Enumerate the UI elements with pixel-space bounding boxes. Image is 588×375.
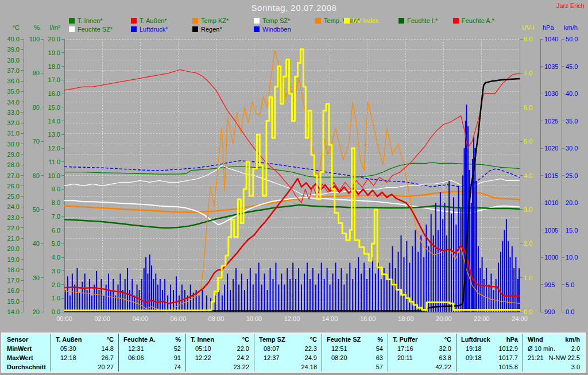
svg-text:39.0: 39.0 [7, 46, 20, 53]
avg-value: 23.22 [233, 364, 249, 370]
col-unit: % [175, 336, 181, 343]
col-unit: °C [242, 336, 249, 343]
svg-text:0.0: 0.0 [52, 308, 60, 315]
svg-text:4.0: 4.0 [52, 254, 60, 261]
max-value: 91 [174, 354, 181, 361]
svg-text:35.0: 35.0 [7, 88, 20, 95]
svg-text:31.0: 31.0 [7, 130, 20, 137]
min-time: 19:18 [461, 345, 482, 352]
avg-value: 57 [376, 364, 383, 370]
svg-text:20.0: 20.0 [566, 199, 578, 206]
svg-text:00:00: 00:00 [56, 315, 72, 322]
svg-text:0.0: 0.0 [524, 308, 532, 315]
col-name: Feuchte A. [123, 336, 156, 343]
svg-text:14.0: 14.0 [48, 118, 60, 125]
svg-text:40.0: 40.0 [7, 36, 20, 42]
svg-text:60: 60 [33, 172, 40, 179]
min-value: 54 [376, 345, 383, 352]
max-time: 09:18 [461, 354, 482, 361]
svg-text:°C: °C [13, 24, 20, 31]
col-name: Feuchte SZ [327, 336, 361, 343]
max-time: 08:20 [327, 354, 347, 361]
svg-text:20.0: 20.0 [7, 245, 20, 252]
svg-text:1010: 1010 [544, 199, 558, 206]
min-value: 2.0 [571, 345, 580, 352]
table-col-feuchte-a: Feuchte A.% 12:3152 06:0691 74 [118, 334, 185, 372]
max-value: N-NW 22.5 [549, 354, 580, 361]
col-name: T. Puffer [393, 336, 417, 343]
svg-text:30: 30 [33, 275, 40, 281]
max-value: 24.2 [237, 354, 249, 361]
svg-text:1040: 1040 [544, 36, 558, 42]
max-value: 63 [376, 354, 383, 361]
svg-text:7.0: 7.0 [524, 69, 532, 76]
svg-text:hPa: hPa [543, 24, 554, 31]
svg-text:18.0: 18.0 [7, 266, 20, 273]
svg-text:15.0: 15.0 [566, 227, 578, 234]
svg-text:4.0: 4.0 [524, 172, 532, 179]
svg-text:19.0: 19.0 [7, 256, 20, 263]
avg-value: 74 [174, 364, 181, 370]
min-time: 05:10 [191, 345, 211, 352]
svg-text:15.0: 15.0 [48, 104, 60, 111]
svg-text:50.0: 50.0 [566, 36, 578, 42]
svg-text:10:00: 10:00 [246, 315, 262, 322]
svg-text:l/m²: l/m² [50, 24, 61, 31]
svg-text:16.0: 16.0 [48, 90, 60, 97]
svg-text:1000: 1000 [544, 254, 558, 261]
svg-text:1005: 1005 [544, 227, 558, 234]
svg-text:5.0: 5.0 [524, 138, 532, 145]
svg-text:100: 100 [29, 36, 40, 42]
svg-text:13.0: 13.0 [48, 131, 60, 138]
svg-text:04:00: 04:00 [132, 315, 148, 322]
table-col-wind: Windkm/h Ø 10 min.2.0 21:21N-NW 22.5 3.0 [523, 334, 585, 372]
col-name: T. Innen [191, 336, 214, 343]
avg-value: 1015.8 [498, 364, 518, 370]
svg-text:17.0: 17.0 [48, 76, 60, 83]
svg-text:90: 90 [33, 69, 40, 76]
table-corner-label: Sensor [2, 334, 51, 344]
table-col-t-puffer: T. Puffer°C 17:1632.0 20:1163.8 42.22 [388, 334, 456, 372]
svg-text:21.0: 21.0 [7, 235, 20, 242]
table-row-labels: Sensor MinWert MaxWert Durchschnitt [2, 334, 51, 372]
table-col-t-aussen: T. Außen°C 05:3014.8 12:1826.7 20.27 [51, 334, 118, 372]
col-name: Temp SZ [259, 336, 285, 343]
svg-text:6.0: 6.0 [52, 227, 60, 234]
svg-text:30.0: 30.0 [566, 145, 578, 152]
svg-text:1020: 1020 [544, 145, 558, 152]
col-name: Wind [528, 336, 543, 343]
max-time: 12:18 [56, 354, 76, 361]
svg-text:27.0: 27.0 [7, 172, 20, 179]
svg-text:17.0: 17.0 [7, 277, 20, 284]
col-unit: % [377, 336, 383, 343]
table-col-luftdruck: LuftdruckhPa 19:181012.9 09:181017.7 101… [456, 334, 523, 372]
svg-text:22:00: 22:00 [474, 315, 490, 322]
svg-text:23.0: 23.0 [7, 214, 20, 221]
svg-text:02:00: 02:00 [94, 315, 110, 322]
svg-text:14:00: 14:00 [322, 315, 338, 322]
max-value: 24.9 [305, 354, 317, 361]
svg-text:15.0: 15.0 [7, 298, 20, 305]
svg-text:45.0: 45.0 [566, 63, 578, 70]
svg-text:3.0: 3.0 [52, 268, 60, 275]
weather-chart: 40.039.038.037.036.035.034.033.032.031.0… [0, 0, 588, 331]
max-time: 21:21 [528, 354, 544, 361]
table-col-feuchte-sz: Feuchte SZ% 12:5154 08:2063 57 [322, 334, 388, 372]
svg-text:%: % [34, 24, 40, 31]
svg-text:5.0: 5.0 [566, 281, 574, 288]
min-time: 08:07 [259, 345, 280, 352]
svg-text:20:00: 20:00 [436, 315, 452, 322]
svg-text:1015: 1015 [544, 172, 558, 179]
col-name: T. Außen [56, 336, 82, 343]
svg-text:10.0: 10.0 [48, 172, 60, 179]
table-col-temp-sz: Temp SZ°C 08:0722.3 12:3724.9 24.18 [254, 334, 322, 372]
svg-text:80: 80 [33, 104, 40, 111]
svg-text:990: 990 [544, 308, 555, 315]
svg-text:06:00: 06:00 [170, 315, 186, 322]
stats-table: Sensor MinWert MaxWert Durchschnitt T. A… [1, 333, 586, 373]
svg-text:995: 995 [544, 281, 555, 288]
row-label-durchschnitt: Durchschnitt [2, 362, 51, 372]
row-label-maxwert: MaxWert [2, 353, 51, 362]
table-col-t-innen: T. Innen°C 05:1022.0 12:2224.2 23.22 [185, 334, 254, 372]
svg-text:33.0: 33.0 [7, 109, 20, 116]
